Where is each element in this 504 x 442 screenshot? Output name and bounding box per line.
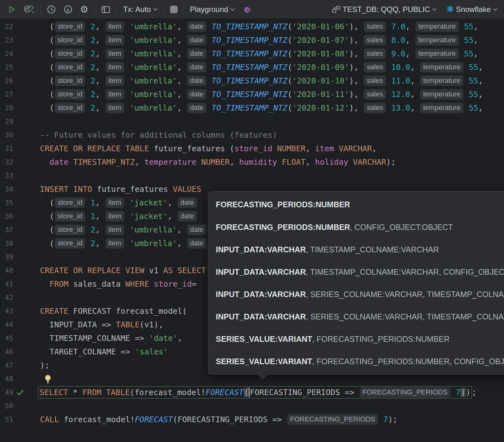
inlay-hint-chip[interactable]: item: [106, 62, 124, 72]
line-number[interactable]: 48: [0, 375, 13, 383]
inlay-hint-chip[interactable]: sales: [364, 21, 386, 32]
line-number[interactable]: 37: [0, 226, 13, 234]
inlay-hint-chip[interactable]: date: [187, 103, 206, 113]
line-number[interactable]: 39: [0, 253, 13, 261]
code-line[interactable]: 33: [0, 169, 40, 182]
line-number[interactable]: 47: [0, 361, 13, 369]
intention-bulb-icon[interactable]: [44, 374, 51, 384]
overload-option[interactable]: FORECASTING_PERIODS:NUMBER: [208, 193, 504, 216]
inlay-hint-chip[interactable]: item: [106, 211, 124, 221]
code-line[interactable]: 37 (store_id 2, item 'umbrella', date: [0, 223, 207, 237]
code-line[interactable]: 45 TIMESTAMP_COLNAME => 'date',: [0, 331, 182, 345]
overload-option[interactable]: INPUT_DATA:VARCHAR, SERIES_COLNAME:VARCH…: [208, 283, 504, 305]
inlay-hint-chip[interactable]: store_id: [55, 211, 85, 221]
code-line[interactable]: 30-- Future values for additional column…: [0, 128, 277, 142]
code-line[interactable]: 50: [0, 399, 40, 413]
overload-option[interactable]: INPUT_DATA:VARCHAR, SERIES_COLNAME:VARCH…: [208, 305, 504, 328]
code-line[interactable]: 46 TARGET_COLNAME => 'sales': [0, 345, 168, 359]
inlay-hint-chip[interactable]: temperature: [420, 76, 463, 86]
code-line[interactable]: 51CALL forecast_model!FORECAST(FORECASTI…: [0, 413, 398, 426]
overload-option[interactable]: SERIES_VALUE:VARIANT, FORECASTING_PERIOD…: [208, 350, 504, 372]
code-line[interactable]: 23 (store_id 2, item 'umbrella', date TO…: [0, 33, 478, 47]
line-number[interactable]: 31: [0, 145, 13, 152]
code-line[interactable]: 22 (store_id 2, item 'umbrella', date TO…: [0, 20, 478, 33]
inlay-hint-chip[interactable]: item: [106, 21, 124, 32]
inlay-hint-chip[interactable]: store_id: [55, 62, 85, 72]
code-line[interactable]: 39: [0, 250, 40, 264]
inlay-hint-chip[interactable]: item: [106, 103, 124, 113]
line-number[interactable]: 29: [0, 118, 13, 125]
settings-button[interactable]: ⚙: [79, 3, 90, 16]
inlay-hint-chip[interactable]: date: [187, 35, 206, 45]
overload-option[interactable]: INPUT_DATA:VARCHAR, TIMESTAMP_COLNAME:VA…: [208, 261, 504, 283]
line-number[interactable]: 38: [0, 239, 13, 247]
inlay-hint-chip[interactable]: store_id: [55, 225, 85, 235]
line-number[interactable]: 30: [0, 131, 13, 139]
inlay-hint-chip[interactable]: date: [187, 89, 206, 100]
inlay-hint-chip[interactable]: date: [187, 225, 206, 235]
inlay-hint-chip[interactable]: date: [187, 21, 206, 32]
line-number[interactable]: 34: [0, 185, 13, 193]
line-number[interactable]: 26: [0, 77, 13, 85]
overload-option[interactable]: INPUT_DATA:VARCHAR, TIMESTAMP_COLNAME:VA…: [208, 238, 504, 261]
code-line[interactable]: 41 FROM sales_data WHERE store_id=: [0, 277, 197, 291]
inlay-hint-chip[interactable]: store_id: [55, 103, 85, 113]
inlay-hint-chip[interactable]: item: [106, 225, 124, 235]
inlay-hint-chip[interactable]: store_id: [55, 89, 85, 100]
line-number[interactable]: 27: [0, 90, 13, 98]
inlay-hint-chip[interactable]: temperature: [415, 49, 459, 59]
code-line[interactable]: 24 (store_id 2, item 'umbrella', date TO…: [0, 47, 478, 60]
inlay-hint-chip[interactable]: item: [106, 89, 124, 100]
code-line[interactable]: 40CREATE OR REPLACE VIEW v1 AS SELECT: [0, 264, 206, 277]
inlay-hint-chip[interactable]: FORECASTING_PERIODS: [287, 414, 378, 425]
code-line[interactable]: 44 INPUT_DATA => TABLE(v1),: [0, 318, 163, 331]
inlay-hint-chip[interactable]: temperature: [420, 62, 463, 72]
inlay-hint-chip[interactable]: store_id: [55, 198, 85, 208]
inlay-hint-chip[interactable]: store_id: [55, 238, 85, 249]
line-number[interactable]: 50: [0, 402, 13, 410]
line-number[interactable]: 51: [0, 416, 13, 423]
inlay-hint-chip[interactable]: sales: [364, 49, 386, 59]
inlay-hint-chip[interactable]: sales: [364, 103, 386, 113]
ai-assistant-button[interactable]: [241, 3, 254, 16]
line-number[interactable]: 46: [0, 348, 13, 356]
line-number[interactable]: 44: [0, 321, 13, 329]
line-number[interactable]: 40: [0, 267, 13, 274]
code-line[interactable]: 26 (store_id 2, item 'umbrella', date TO…: [0, 74, 483, 88]
inlay-hint-chip[interactable]: FORECASTING_PERIODS: [360, 387, 450, 398]
line-number[interactable]: 36: [0, 212, 13, 220]
inlay-hint-chip[interactable]: date: [187, 49, 206, 59]
line-number[interactable]: 42: [0, 294, 13, 301]
profile-dropdown[interactable]: Playground: [189, 3, 236, 16]
inlay-hint-chip[interactable]: temperature: [420, 103, 463, 113]
code-line[interactable]: 43CREATE FORECAST forecast_model(: [0, 304, 187, 318]
line-number[interactable]: 28: [0, 104, 13, 112]
inlay-hint-chip[interactable]: store_id: [55, 76, 85, 86]
datasource-dropdown[interactable]: TEST_DB: QQQ, PUBLIC: [330, 3, 438, 16]
layout-panel-button[interactable]: [100, 3, 112, 16]
line-number[interactable]: 45: [0, 334, 13, 342]
dialect-dropdown[interactable]: ❄ Snowflake: [445, 3, 499, 16]
inlay-hint-chip[interactable]: sales: [364, 89, 386, 100]
inlay-hint-chip[interactable]: temperature: [420, 89, 463, 100]
inlay-hint-chip[interactable]: item: [106, 76, 124, 86]
overload-option[interactable]: FORECASTING_PERIODS:NUMBER, CONFIG_OBJEC…: [208, 216, 504, 238]
code-line[interactable]: 38 (store_id 2, item 'umbrella', date: [0, 237, 207, 250]
code-line[interactable]: 27 (store_id 2, item 'umbrella', date TO…: [0, 88, 483, 101]
code-line[interactable]: 36 (store_id 1, item 'jacket', date: [0, 210, 198, 223]
inlay-hint-chip[interactable]: sales: [364, 35, 386, 45]
line-number[interactable]: 33: [0, 172, 13, 180]
code-line[interactable]: 49SELECT * FROM TABLE(forecast_model!FOR…: [0, 386, 477, 399]
inlay-hint-chip[interactable]: date: [178, 198, 197, 208]
line-number[interactable]: 41: [0, 280, 13, 288]
code-line[interactable]: 25 (store_id 2, item 'umbrella', date TO…: [0, 60, 483, 74]
inlay-hint-chip[interactable]: store_id: [55, 49, 85, 59]
code-line[interactable]: 42: [0, 291, 40, 304]
line-number[interactable]: 43: [0, 307, 13, 315]
inlay-hint-chip[interactable]: date: [187, 238, 206, 249]
history-button[interactable]: [45, 3, 57, 16]
stop-button[interactable]: [169, 3, 179, 16]
inlay-hint-chip[interactable]: item: [106, 49, 124, 59]
inlay-hint-chip[interactable]: item: [106, 198, 124, 208]
line-number[interactable]: 25: [0, 63, 13, 71]
